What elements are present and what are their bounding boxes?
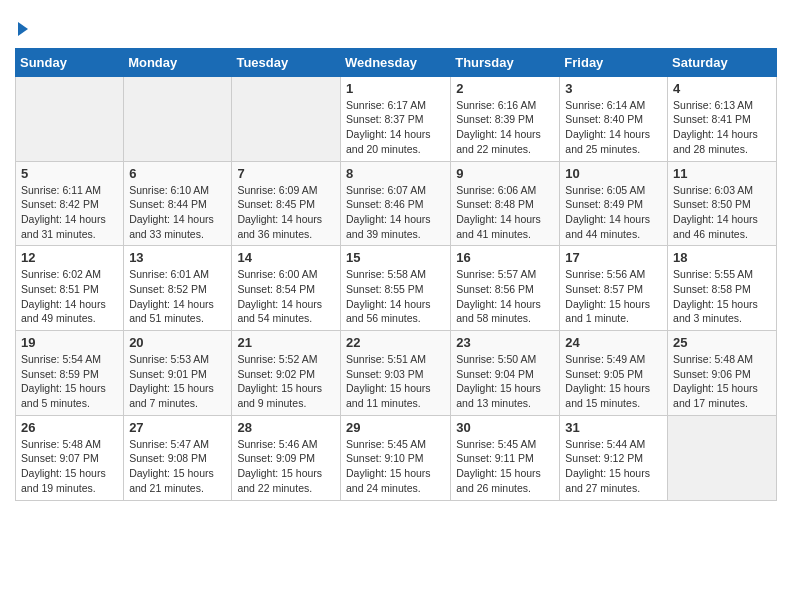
- calendar-cell: 30Sunrise: 5:45 AM Sunset: 9:11 PM Dayli…: [451, 415, 560, 500]
- calendar-cell: [124, 76, 232, 161]
- day-info: Sunrise: 5:57 AM Sunset: 8:56 PM Dayligh…: [456, 267, 554, 326]
- day-info: Sunrise: 5:52 AM Sunset: 9:02 PM Dayligh…: [237, 352, 335, 411]
- calendar-week-row: 5Sunrise: 6:11 AM Sunset: 8:42 PM Daylig…: [16, 161, 777, 246]
- day-number: 9: [456, 166, 554, 181]
- calendar-cell: 10Sunrise: 6:05 AM Sunset: 8:49 PM Dayli…: [560, 161, 668, 246]
- calendar-cell: 20Sunrise: 5:53 AM Sunset: 9:01 PM Dayli…: [124, 331, 232, 416]
- weekday-header: Sunday: [16, 48, 124, 76]
- day-info: Sunrise: 6:13 AM Sunset: 8:41 PM Dayligh…: [673, 98, 771, 157]
- calendar-cell: 1Sunrise: 6:17 AM Sunset: 8:37 PM Daylig…: [340, 76, 450, 161]
- calendar-cell: 14Sunrise: 6:00 AM Sunset: 8:54 PM Dayli…: [232, 246, 341, 331]
- calendar-cell: 8Sunrise: 6:07 AM Sunset: 8:46 PM Daylig…: [340, 161, 450, 246]
- calendar-cell: 9Sunrise: 6:06 AM Sunset: 8:48 PM Daylig…: [451, 161, 560, 246]
- day-number: 24: [565, 335, 662, 350]
- day-info: Sunrise: 6:11 AM Sunset: 8:42 PM Dayligh…: [21, 183, 118, 242]
- day-info: Sunrise: 5:56 AM Sunset: 8:57 PM Dayligh…: [565, 267, 662, 326]
- weekday-header-row: SundayMondayTuesdayWednesdayThursdayFrid…: [16, 48, 777, 76]
- day-number: 15: [346, 250, 445, 265]
- page-header: [15, 15, 777, 38]
- calendar-week-row: 26Sunrise: 5:48 AM Sunset: 9:07 PM Dayli…: [16, 415, 777, 500]
- day-info: Sunrise: 5:44 AM Sunset: 9:12 PM Dayligh…: [565, 437, 662, 496]
- weekday-header: Tuesday: [232, 48, 341, 76]
- calendar-cell: 17Sunrise: 5:56 AM Sunset: 8:57 PM Dayli…: [560, 246, 668, 331]
- calendar-cell: [232, 76, 341, 161]
- day-info: Sunrise: 5:55 AM Sunset: 8:58 PM Dayligh…: [673, 267, 771, 326]
- day-info: Sunrise: 5:50 AM Sunset: 9:04 PM Dayligh…: [456, 352, 554, 411]
- day-info: Sunrise: 6:07 AM Sunset: 8:46 PM Dayligh…: [346, 183, 445, 242]
- day-number: 29: [346, 420, 445, 435]
- calendar-cell: 13Sunrise: 6:01 AM Sunset: 8:52 PM Dayli…: [124, 246, 232, 331]
- day-number: 11: [673, 166, 771, 181]
- calendar-cell: [668, 415, 777, 500]
- day-info: Sunrise: 6:01 AM Sunset: 8:52 PM Dayligh…: [129, 267, 226, 326]
- day-number: 22: [346, 335, 445, 350]
- day-number: 25: [673, 335, 771, 350]
- day-info: Sunrise: 6:16 AM Sunset: 8:39 PM Dayligh…: [456, 98, 554, 157]
- day-info: Sunrise: 5:48 AM Sunset: 9:06 PM Dayligh…: [673, 352, 771, 411]
- day-info: Sunrise: 5:53 AM Sunset: 9:01 PM Dayligh…: [129, 352, 226, 411]
- calendar-cell: 11Sunrise: 6:03 AM Sunset: 8:50 PM Dayli…: [668, 161, 777, 246]
- day-info: Sunrise: 5:54 AM Sunset: 8:59 PM Dayligh…: [21, 352, 118, 411]
- calendar-cell: 29Sunrise: 5:45 AM Sunset: 9:10 PM Dayli…: [340, 415, 450, 500]
- calendar-cell: 7Sunrise: 6:09 AM Sunset: 8:45 PM Daylig…: [232, 161, 341, 246]
- day-info: Sunrise: 6:14 AM Sunset: 8:40 PM Dayligh…: [565, 98, 662, 157]
- day-info: Sunrise: 5:47 AM Sunset: 9:08 PM Dayligh…: [129, 437, 226, 496]
- calendar-cell: 4Sunrise: 6:13 AM Sunset: 8:41 PM Daylig…: [668, 76, 777, 161]
- day-number: 12: [21, 250, 118, 265]
- day-number: 7: [237, 166, 335, 181]
- day-info: Sunrise: 6:17 AM Sunset: 8:37 PM Dayligh…: [346, 98, 445, 157]
- day-info: Sunrise: 6:02 AM Sunset: 8:51 PM Dayligh…: [21, 267, 118, 326]
- calendar-week-row: 19Sunrise: 5:54 AM Sunset: 8:59 PM Dayli…: [16, 331, 777, 416]
- calendar-cell: 19Sunrise: 5:54 AM Sunset: 8:59 PM Dayli…: [16, 331, 124, 416]
- day-number: 18: [673, 250, 771, 265]
- calendar-cell: 23Sunrise: 5:50 AM Sunset: 9:04 PM Dayli…: [451, 331, 560, 416]
- weekday-header: Wednesday: [340, 48, 450, 76]
- day-number: 3: [565, 81, 662, 96]
- calendar-cell: 15Sunrise: 5:58 AM Sunset: 8:55 PM Dayli…: [340, 246, 450, 331]
- day-number: 5: [21, 166, 118, 181]
- calendar-cell: 25Sunrise: 5:48 AM Sunset: 9:06 PM Dayli…: [668, 331, 777, 416]
- day-number: 30: [456, 420, 554, 435]
- calendar-cell: 22Sunrise: 5:51 AM Sunset: 9:03 PM Dayli…: [340, 331, 450, 416]
- day-number: 21: [237, 335, 335, 350]
- calendar-cell: 12Sunrise: 6:02 AM Sunset: 8:51 PM Dayli…: [16, 246, 124, 331]
- calendar-table: SundayMondayTuesdayWednesdayThursdayFrid…: [15, 48, 777, 501]
- day-info: Sunrise: 6:00 AM Sunset: 8:54 PM Dayligh…: [237, 267, 335, 326]
- day-number: 10: [565, 166, 662, 181]
- calendar-cell: 6Sunrise: 6:10 AM Sunset: 8:44 PM Daylig…: [124, 161, 232, 246]
- day-number: 13: [129, 250, 226, 265]
- calendar-cell: 2Sunrise: 6:16 AM Sunset: 8:39 PM Daylig…: [451, 76, 560, 161]
- day-info: Sunrise: 5:51 AM Sunset: 9:03 PM Dayligh…: [346, 352, 445, 411]
- weekday-header: Thursday: [451, 48, 560, 76]
- day-info: Sunrise: 5:48 AM Sunset: 9:07 PM Dayligh…: [21, 437, 118, 496]
- day-info: Sunrise: 6:03 AM Sunset: 8:50 PM Dayligh…: [673, 183, 771, 242]
- calendar-cell: [16, 76, 124, 161]
- logo-general-text: [15, 15, 28, 38]
- day-number: 27: [129, 420, 226, 435]
- calendar-cell: 31Sunrise: 5:44 AM Sunset: 9:12 PM Dayli…: [560, 415, 668, 500]
- weekday-header: Monday: [124, 48, 232, 76]
- day-number: 28: [237, 420, 335, 435]
- day-number: 6: [129, 166, 226, 181]
- day-number: 19: [21, 335, 118, 350]
- calendar-cell: 27Sunrise: 5:47 AM Sunset: 9:08 PM Dayli…: [124, 415, 232, 500]
- day-number: 14: [237, 250, 335, 265]
- calendar-cell: 3Sunrise: 6:14 AM Sunset: 8:40 PM Daylig…: [560, 76, 668, 161]
- calendar-week-row: 1Sunrise: 6:17 AM Sunset: 8:37 PM Daylig…: [16, 76, 777, 161]
- day-number: 4: [673, 81, 771, 96]
- calendar-cell: 18Sunrise: 5:55 AM Sunset: 8:58 PM Dayli…: [668, 246, 777, 331]
- calendar-cell: 26Sunrise: 5:48 AM Sunset: 9:07 PM Dayli…: [16, 415, 124, 500]
- calendar-week-row: 12Sunrise: 6:02 AM Sunset: 8:51 PM Dayli…: [16, 246, 777, 331]
- day-number: 1: [346, 81, 445, 96]
- day-number: 26: [21, 420, 118, 435]
- day-number: 20: [129, 335, 226, 350]
- day-info: Sunrise: 5:49 AM Sunset: 9:05 PM Dayligh…: [565, 352, 662, 411]
- day-number: 31: [565, 420, 662, 435]
- weekday-header: Saturday: [668, 48, 777, 76]
- calendar-cell: 21Sunrise: 5:52 AM Sunset: 9:02 PM Dayli…: [232, 331, 341, 416]
- calendar-cell: 5Sunrise: 6:11 AM Sunset: 8:42 PM Daylig…: [16, 161, 124, 246]
- day-number: 23: [456, 335, 554, 350]
- day-info: Sunrise: 6:10 AM Sunset: 8:44 PM Dayligh…: [129, 183, 226, 242]
- calendar-cell: 16Sunrise: 5:57 AM Sunset: 8:56 PM Dayli…: [451, 246, 560, 331]
- weekday-header: Friday: [560, 48, 668, 76]
